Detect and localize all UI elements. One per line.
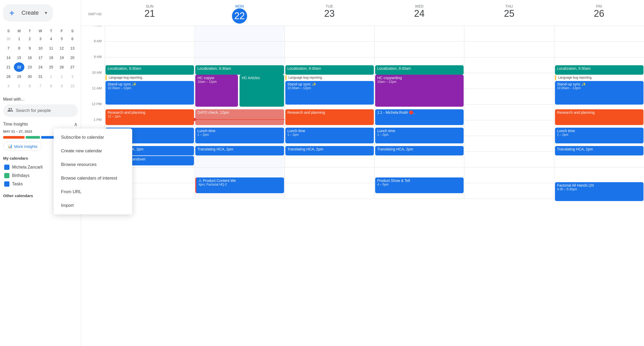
- event-hccopy-wed[interactable]: HC copywriting 10am – 12pm: [375, 75, 464, 107]
- mini-cal-day[interactable]: 1: [46, 72, 57, 81]
- event-lunch-fri[interactable]: Lunch time 1 – 2pm: [555, 128, 643, 143]
- mini-cal-day[interactable]: 16: [24, 53, 35, 62]
- mini-cal-day[interactable]: 4: [46, 34, 57, 44]
- hour-8am-sun: [105, 42, 195, 57]
- event-research-fri[interactable]: Research and planning: [555, 109, 643, 125]
- time-label-8am: 8 AM: [81, 39, 105, 55]
- header-day-wed: WED 24: [374, 4, 464, 24]
- mini-cal-day[interactable]: 18: [46, 53, 57, 62]
- mini-cal-day[interactable]: 12: [57, 44, 67, 53]
- grid-col-tue: Localization, 9:30am Language bug report…: [285, 26, 374, 199]
- calendar-name-michela: Michela Zancarli: [12, 165, 42, 170]
- calendar-header: GMT+02 SUN 21 MON 22 TUE 23: [81, 0, 644, 26]
- mini-cal-day[interactable]: 5: [14, 81, 25, 91]
- event-lunch-wed[interactable]: Lunch time 1 – 2pm: [375, 128, 464, 143]
- browse-resources-item[interactable]: Browse resources: [54, 158, 132, 171]
- mini-cal-day[interactable]: 27: [67, 62, 78, 72]
- mini-cal-day[interactable]: 14: [3, 53, 14, 62]
- mini-cal-day[interactable]: 4: [3, 81, 14, 91]
- mini-cal-day[interactable]: 8: [46, 81, 57, 91]
- event-allhands-fri[interactable]: Factorial All Hands (20 4:30 – 5:30pm: [555, 182, 643, 201]
- event-translating-wed[interactable]: Translating HCA, 2pm: [375, 146, 464, 155]
- mini-cal-day[interactable]: 28: [3, 72, 14, 81]
- search-people-input[interactable]: Search for people: [3, 104, 78, 117]
- event-hcarticles-mon[interactable]: HC Articles: [240, 75, 284, 107]
- mini-cal-day[interactable]: 17: [35, 53, 46, 62]
- create-button-label: Create: [21, 9, 39, 16]
- chevron-up-icon[interactable]: ∧: [74, 121, 78, 127]
- mini-cal-day[interactable]: 10: [67, 81, 78, 91]
- dropdown-arrow-icon: ▾: [45, 10, 47, 16]
- time-grid: 7 AM 8 AM 9 AM 10 AM 11 AM 12 PM 1 PM 2 …: [81, 26, 644, 199]
- mini-cal-day[interactable]: 6: [24, 81, 35, 91]
- event-hccopy-mon[interactable]: HC copyw 10am – 12pm: [195, 75, 238, 107]
- mini-cal-day[interactable]: 7: [35, 81, 46, 91]
- event-standup-fri[interactable]: Stand-up sync ✨ 10:30am – 12pm: [555, 81, 643, 105]
- cal-dow-sat: S: [67, 28, 78, 34]
- subscribe-to-calendar-item[interactable]: Subscribe to calendar: [54, 131, 132, 144]
- color-seg-green: [26, 136, 40, 139]
- mini-cal-day[interactable]: 2: [57, 72, 67, 81]
- header-day-thu: THU 25: [464, 4, 554, 24]
- mini-cal-day[interactable]: 25: [46, 62, 57, 72]
- mini-cal-day[interactable]: 29: [14, 72, 25, 81]
- mini-cal-day[interactable]: 24: [35, 62, 46, 72]
- event-langbug-sun[interactable]: Language bug reporting,: [106, 75, 194, 80]
- mini-cal-day[interactable]: 13: [67, 44, 78, 53]
- from-url-item[interactable]: From URL: [54, 185, 132, 199]
- people-search-icon: [7, 107, 13, 114]
- mini-cal-day[interactable]: 9: [24, 44, 35, 53]
- event-localization-sun[interactable]: Localization, 9:30am: [106, 65, 194, 75]
- event-showntell-wed[interactable]: Product Show & Tell 4 – 5pm: [375, 177, 464, 193]
- event-translating-mon[interactable]: Translating HCA, 2pm: [195, 146, 284, 155]
- import-item[interactable]: Import: [54, 199, 132, 212]
- event-localization-fri[interactable]: Localization, 9:30am: [555, 65, 643, 75]
- mini-cal-day[interactable]: 19: [57, 53, 67, 62]
- event-localization-wed[interactable]: Localization, 9:30am: [375, 65, 464, 75]
- cal-dow-tue: T: [24, 28, 35, 34]
- mini-cal-day[interactable]: 20: [67, 53, 78, 62]
- mini-cal-day[interactable]: 30: [24, 72, 35, 81]
- create-button[interactable]: + Create ▾: [3, 4, 53, 21]
- mini-cal-day[interactable]: 1: [14, 34, 25, 44]
- browse-calendars-interest-item[interactable]: Browse calendars of interest: [54, 171, 132, 185]
- event-translating-fri[interactable]: Translating HCA, 2pm: [555, 146, 643, 155]
- mini-cal-day[interactable]: 9: [57, 81, 67, 91]
- calendar-name-tasks: Tasks: [12, 182, 23, 186]
- mini-cal-day[interactable]: 26: [57, 62, 67, 72]
- event-research-sun[interactable]: Research and planning 12 – 1pm: [106, 109, 194, 125]
- mini-cal-day[interactable]: 31: [35, 72, 46, 81]
- event-localization-mon[interactable]: Localization, 9:30am: [195, 65, 284, 75]
- event-research-tue[interactable]: Research and planning: [285, 109, 374, 125]
- mini-cal-day[interactable]: 8: [14, 44, 25, 53]
- mini-cal-day[interactable]: 5: [57, 34, 67, 44]
- event-lunch-mon[interactable]: Lunch time 1 – 2pm: [195, 128, 284, 143]
- more-insights-button[interactable]: 📊 More insights: [3, 142, 42, 151]
- event-standup-sun[interactable]: Stand-up sync ✨ 10:30am – 12pm: [106, 81, 194, 105]
- event-langbug-fri[interactable]: Language bug reporting,: [555, 75, 643, 80]
- mini-cal-day[interactable]: 2: [24, 34, 35, 44]
- mini-cal-day[interactable]: 3: [35, 34, 46, 44]
- event-translating-tue[interactable]: Translating HCA, 2pm: [285, 146, 374, 155]
- event-langbug-tue[interactable]: Language bug reporting,: [285, 75, 374, 80]
- mini-cal-day[interactable]: 30: [3, 34, 14, 44]
- mini-cal-day[interactable]: 22: [14, 62, 25, 72]
- day-name-mon: MON: [195, 4, 284, 8]
- mini-cal-day[interactable]: 10: [35, 44, 46, 53]
- event-product-mon[interactable]: ⚠ Product Content We 4pm, Factorial HQ-2: [195, 177, 284, 193]
- event-1on1-wed[interactable]: 1:1 - Michela:Rodri 🔴,: [375, 109, 464, 125]
- mini-cal-day[interactable]: 21: [3, 62, 14, 72]
- event-standup-tue[interactable]: Stand-up sync ✨ 10:30am – 12pm: [285, 81, 374, 105]
- hour-8am-mon: [195, 42, 284, 57]
- mini-cal-day[interactable]: 7: [3, 44, 14, 53]
- mini-cal-day[interactable]: 15: [14, 53, 25, 62]
- calendar-name-birthdays: Birthdays: [12, 173, 30, 178]
- mini-cal-day[interactable]: 11: [46, 44, 57, 53]
- event-localization-tue[interactable]: Localization, 9:30am: [285, 65, 374, 75]
- mini-cal-day[interactable]: 23: [24, 62, 35, 72]
- event-lunch-tue[interactable]: Lunch time 1 – 2pm: [285, 128, 374, 143]
- mini-cal-day[interactable]: 3: [67, 72, 78, 81]
- create-new-calendar-item[interactable]: Create new calendar: [54, 144, 132, 158]
- mini-cal-day[interactable]: 6: [67, 34, 78, 44]
- event-dato-mon[interactable]: DATO check, 12pm: [195, 109, 284, 125]
